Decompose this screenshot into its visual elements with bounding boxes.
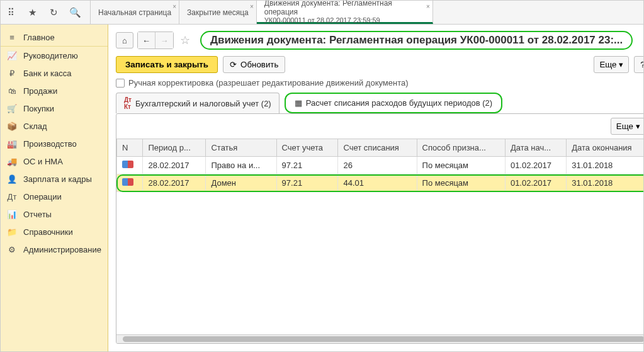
search-icon[interactable]: 🔍 bbox=[70, 8, 80, 18]
close-panel-icon[interactable]: × bbox=[640, 35, 644, 46]
sidebar-item-зарплата-и-кадры[interactable]: 👤Зарплата и кадры bbox=[1, 170, 108, 188]
tab-label: Движения документа: Регламентная операци… bbox=[264, 0, 425, 16]
sidebar-item-label: Склад bbox=[23, 122, 47, 131]
tab-label: Бухгалтерский и налоговый учет (2) bbox=[135, 99, 271, 108]
sidebar-item-label: Руководителю bbox=[23, 51, 78, 60]
col-period[interactable]: Период р... bbox=[143, 139, 206, 157]
cell: 28.02.2017 bbox=[143, 157, 206, 174]
sidebar-item-справочники[interactable]: 📁Справочники bbox=[1, 223, 108, 241]
col-article[interactable]: Статья bbox=[206, 139, 276, 157]
sidebar-item-label: Администрирование bbox=[23, 245, 101, 254]
cell: 44.01 bbox=[338, 174, 417, 192]
sidebar-item-label: Продажи bbox=[23, 86, 57, 96]
close-icon[interactable]: × bbox=[426, 3, 430, 10]
sidebar-icon: 📁 bbox=[7, 227, 17, 237]
cell: 31.01.2018 bbox=[567, 174, 644, 192]
tab-label: Начальная страница bbox=[98, 8, 171, 17]
back-button[interactable]: ← bbox=[138, 32, 155, 48]
sidebar-item-покупки[interactable]: 🛒Покупки bbox=[1, 99, 108, 117]
home-button[interactable]: ⌂ bbox=[116, 32, 133, 48]
cell: 97.21 bbox=[276, 174, 338, 192]
cell: По месяцам bbox=[417, 157, 505, 174]
sidebar-item-банк-и-касса[interactable]: ₽Банк и касса bbox=[1, 64, 108, 82]
save-close-button[interactable]: Записать и закрыть bbox=[116, 56, 218, 73]
sidebar-icon: 🚚 bbox=[7, 156, 17, 166]
sidebar-item-отчеты[interactable]: 📊Отчеты bbox=[1, 205, 108, 223]
manual-edit-checkbox[interactable] bbox=[116, 79, 125, 88]
cell: 01.02.2017 bbox=[505, 174, 566, 192]
table-row[interactable]: 28.02.2017Право на и...97.2126По месяцам… bbox=[116, 157, 644, 174]
cell: 97.21 bbox=[276, 157, 338, 174]
tab-label: Закрытие месяца bbox=[187, 8, 249, 17]
tab-document-movements[interactable]: Движения документа: Регламентная операци… bbox=[257, 1, 433, 24]
history-icon[interactable]: ↻ bbox=[48, 8, 59, 18]
sidebar-item-label: Зарплата и кадры bbox=[23, 174, 92, 184]
window-tabs: Начальная страница × Закрытие месяца × Д… bbox=[90, 1, 433, 24]
forward-button[interactable]: → bbox=[155, 32, 173, 48]
close-icon[interactable]: × bbox=[172, 3, 176, 10]
refresh-button[interactable]: ⟳ Обновить bbox=[223, 56, 285, 73]
close-icon[interactable]: × bbox=[250, 3, 254, 10]
sidebar-item-ос-и-нма[interactable]: 🚚ОС и НМА bbox=[1, 152, 108, 170]
scroll-thumb[interactable] bbox=[123, 336, 644, 342]
col-account[interactable]: Счет учета bbox=[276, 139, 338, 157]
sidebar-icon: 🛒 bbox=[7, 103, 17, 113]
col-writeoff[interactable]: Счет списания bbox=[338, 139, 417, 157]
table-more-button[interactable]: Еще ▾ bbox=[611, 118, 644, 135]
col-n[interactable]: N bbox=[116, 139, 143, 157]
sidebar-icon: ⚙ bbox=[7, 244, 17, 254]
refresh-label: Обновить bbox=[240, 60, 278, 69]
sidebar-icon: 📊 bbox=[7, 209, 17, 219]
cell: Право на и... bbox=[206, 157, 276, 174]
cell: 31.01.2018 bbox=[567, 157, 644, 174]
sidebar-item-операции[interactable]: ДтОперации bbox=[1, 188, 108, 205]
help-button[interactable]: ? bbox=[634, 56, 644, 73]
row-status-icon bbox=[122, 161, 133, 168]
sidebar-icon: ₽ bbox=[7, 68, 17, 78]
star-icon[interactable]: ★ bbox=[27, 8, 37, 18]
sidebar-item-продажи[interactable]: 🛍Продажи bbox=[1, 82, 108, 99]
sidebar-item-администрирование[interactable]: ⚙Администрирование bbox=[1, 241, 108, 258]
table-panel: Еще ▾ N Период р... Статья Счет учета Сч… bbox=[116, 113, 644, 344]
tab-writeoff-calc[interactable]: ▦ Расчет списания расходов будущих перио… bbox=[285, 93, 503, 113]
cell bbox=[116, 157, 143, 174]
tab-home[interactable]: Начальная страница × bbox=[90, 1, 179, 24]
sidebar-item-label: Главное bbox=[23, 33, 55, 42]
sidebar-item-label: Справочники bbox=[23, 227, 73, 237]
top-toolbar: ⠿ ★ ↻ 🔍 Начальная страница × Закрытие ме… bbox=[1, 1, 643, 25]
sidebar-item-label: Производство bbox=[23, 139, 77, 149]
sidebar: ≡Главное📈Руководителю₽Банк и касса🛍Прода… bbox=[1, 25, 108, 351]
sidebar-item-label: Покупки bbox=[23, 104, 54, 113]
refresh-icon: ⟳ bbox=[230, 60, 237, 69]
sidebar-icon: 🏭 bbox=[7, 139, 17, 149]
data-table: N Период р... Статья Счет учета Счет спи… bbox=[116, 139, 644, 192]
table-row[interactable]: 28.02.2017Домен97.2144.01По месяцам01.02… bbox=[116, 174, 644, 192]
row-status-icon bbox=[122, 178, 133, 186]
cell: 26 bbox=[338, 157, 417, 174]
tab-month-close[interactable]: Закрытие месяца × bbox=[179, 1, 257, 24]
col-end[interactable]: Дата окончания bbox=[567, 139, 644, 157]
cell: По месяцам bbox=[417, 174, 505, 192]
sidebar-icon: Дт bbox=[7, 191, 17, 202]
sidebar-item-главное[interactable]: ≡Главное bbox=[1, 28, 108, 47]
cell bbox=[116, 174, 143, 192]
horizontal-scrollbar[interactable] bbox=[116, 334, 644, 343]
sidebar-icon: 🛍 bbox=[7, 86, 17, 96]
sidebar-icon: ≡ bbox=[7, 32, 17, 42]
more-button[interactable]: Еще ▾ bbox=[594, 56, 629, 73]
favorite-icon[interactable]: ☆ bbox=[180, 33, 190, 47]
sidebar-icon: 📈 bbox=[7, 50, 17, 60]
manual-edit-label: Ручная корректировка (разрешает редактир… bbox=[128, 78, 409, 88]
col-method[interactable]: Способ призна... bbox=[417, 139, 505, 157]
apps-icon[interactable]: ⠿ bbox=[6, 8, 16, 18]
sidebar-item-склад[interactable]: 📦Склад bbox=[1, 117, 108, 135]
sidebar-icon: 👤 bbox=[7, 174, 17, 184]
tab-subtitle: УК00-000011 от 28.02.2017 23:59:59 bbox=[264, 16, 425, 24]
sidebar-item-label: ОС и НМА bbox=[23, 157, 63, 166]
tab-accounting[interactable]: ДтКт Бухгалтерский и налоговый учет (2) bbox=[116, 93, 280, 113]
sidebar-item-производство[interactable]: 🏭Производство bbox=[1, 135, 108, 152]
col-start[interactable]: Дата нач... bbox=[505, 139, 566, 157]
cell: 28.02.2017 bbox=[143, 174, 206, 192]
sidebar-item-руководителю[interactable]: 📈Руководителю bbox=[1, 47, 108, 64]
cell: 01.02.2017 bbox=[505, 157, 566, 174]
